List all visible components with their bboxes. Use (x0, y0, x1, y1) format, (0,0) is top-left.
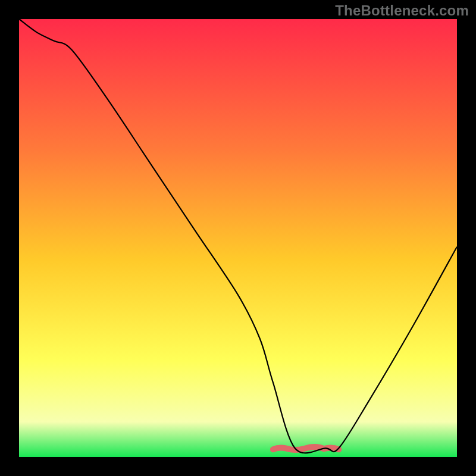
bottleneck-chart (0, 0, 476, 476)
watermark-text: TheBottleneck.com (335, 2, 469, 19)
plot-background (19, 19, 457, 457)
chart-frame: { "watermark": "TheBottleneck.com", "col… (0, 0, 476, 476)
